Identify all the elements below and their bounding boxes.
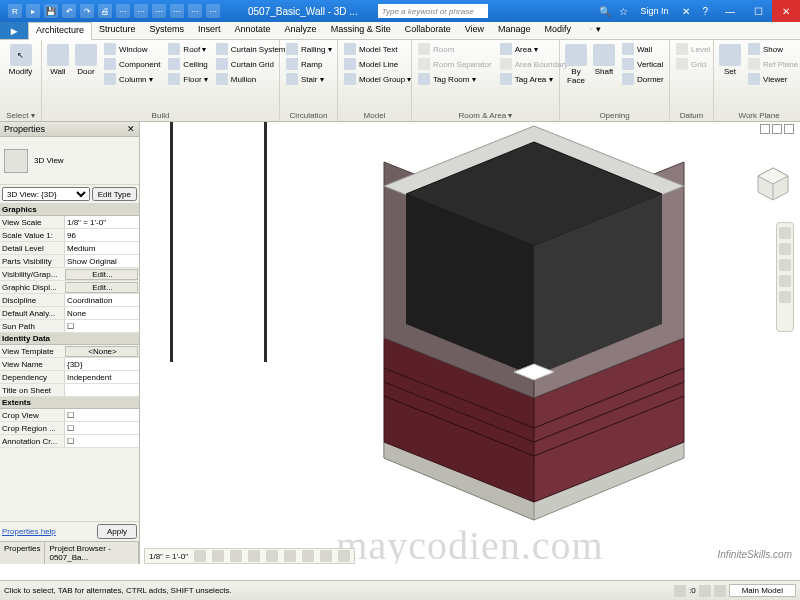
properties-help-link[interactable]: Properties help — [2, 527, 56, 536]
detail-icon[interactable] — [194, 550, 206, 562]
curtaingrid-button[interactable]: Curtain Grid — [213, 57, 289, 71]
apply-button[interactable]: Apply — [97, 524, 137, 539]
group-extents[interactable]: Extents — [0, 397, 139, 409]
vertical-button[interactable]: Vertical — [619, 57, 667, 71]
status-icon[interactable] — [674, 585, 686, 597]
viewer-button[interactable]: Viewer — [745, 72, 800, 86]
help-icon[interactable]: ? — [698, 6, 712, 17]
property-row[interactable]: Sun Path☐ — [0, 320, 139, 333]
exchange-icon[interactable]: ✕ — [678, 6, 694, 17]
qat-icon[interactable]: ⋯ — [152, 4, 166, 18]
tagroom-button[interactable]: Tag Room ▾ — [415, 72, 495, 86]
property-value[interactable] — [64, 384, 139, 396]
modify-button[interactable]: ↖Modify — [3, 42, 38, 78]
property-row[interactable]: Crop View☐ — [0, 409, 139, 422]
property-value[interactable]: 96 — [64, 229, 139, 241]
visualstyle-icon[interactable] — [212, 550, 224, 562]
railing-button[interactable]: Railing ▾ — [283, 42, 335, 56]
roof-button[interactable]: Roof ▾ — [165, 42, 210, 56]
floor-button[interactable]: Floor ▾ — [165, 72, 210, 86]
nav-orbit-icon[interactable] — [779, 275, 791, 287]
roomseparator-button[interactable]: Room Separator — [415, 57, 495, 71]
ceiling-button[interactable]: Ceiling — [165, 57, 210, 71]
byface-button[interactable]: By Face — [563, 42, 589, 87]
status-icon[interactable] — [699, 585, 711, 597]
close-button[interactable]: ✕ — [772, 0, 800, 22]
property-value[interactable]: Coordination — [64, 294, 139, 306]
property-value[interactable]: ☐ — [64, 435, 139, 447]
tab-view[interactable]: View — [458, 22, 491, 39]
property-row[interactable]: DisciplineCoordination — [0, 294, 139, 307]
tab-modify[interactable]: Modify — [538, 22, 579, 39]
navigation-bar[interactable] — [776, 222, 794, 332]
prop-icon[interactable] — [338, 550, 350, 562]
status-icon[interactable] — [714, 585, 726, 597]
qat-open-icon[interactable]: ▸ — [26, 4, 40, 18]
property-value[interactable]: None — [64, 307, 139, 319]
type-preview[interactable]: 3D View — [0, 137, 139, 185]
nav-look-icon[interactable] — [779, 291, 791, 303]
crop-icon[interactable] — [284, 550, 296, 562]
property-value[interactable]: Independent — [64, 371, 139, 383]
qat-icon[interactable]: ⋯ — [170, 4, 184, 18]
property-value[interactable]: <None> — [65, 346, 138, 357]
property-row[interactable]: DependencyIndependent — [0, 371, 139, 384]
qat-save-icon[interactable]: 💾 — [44, 4, 58, 18]
grid-button[interactable]: Grid — [673, 57, 713, 71]
maximize-button[interactable]: ☐ — [744, 0, 772, 22]
design-option-selector[interactable]: Main Model — [729, 584, 796, 597]
qat-logo[interactable]: R — [8, 4, 22, 18]
tab-manage[interactable]: Manage — [491, 22, 538, 39]
edit-type-button[interactable]: Edit Type — [92, 187, 137, 201]
hide-icon[interactable] — [302, 550, 314, 562]
nav-zoom-icon[interactable] — [779, 259, 791, 271]
tab-collaborate[interactable]: Collaborate — [398, 22, 458, 39]
scale-label[interactable]: 1/8" = 1'-0" — [149, 552, 188, 561]
group-identity[interactable]: Identity Data — [0, 333, 139, 345]
tab-architecture[interactable]: Architecture — [28, 22, 92, 40]
property-row[interactable]: View Name{3D} — [0, 358, 139, 371]
curtainsystem-button[interactable]: Curtain System — [213, 42, 289, 56]
render-icon[interactable] — [266, 550, 278, 562]
ramp-button[interactable]: Ramp — [283, 57, 335, 71]
type-selector[interactable]: 3D View: {3D} — [2, 187, 90, 201]
viewcube[interactable] — [752, 164, 794, 206]
property-row[interactable]: View Template<None> — [0, 345, 139, 358]
shadows-icon[interactable] — [248, 550, 260, 562]
qat-icon[interactable]: ⋯ — [188, 4, 202, 18]
property-row[interactable]: Graphic Displ...Edit... — [0, 281, 139, 294]
tab-structure[interactable]: Structure — [92, 22, 143, 39]
window-button[interactable]: Window — [101, 42, 163, 56]
door-button[interactable]: Door — [73, 42, 99, 78]
property-row[interactable]: Title on Sheet — [0, 384, 139, 397]
signin-button[interactable]: Sign In — [634, 6, 674, 16]
set-button[interactable]: Set — [717, 42, 743, 78]
tab-extra[interactable]: ▫️▾ — [578, 22, 608, 39]
dormer-button[interactable]: Dormer — [619, 72, 667, 86]
favorites-icon[interactable]: ☆ — [617, 6, 630, 17]
wall-button[interactable]: Wall — [45, 42, 71, 78]
property-value[interactable]: 1/8" = 1'-0" — [64, 216, 139, 228]
bottom-tab-properties[interactable]: Properties — [0, 542, 45, 564]
modelgroup-button[interactable]: Model Group ▾ — [341, 72, 414, 86]
infocenter-icon[interactable]: 🔍 — [597, 6, 613, 17]
app-menu-button[interactable]: ▸ — [0, 22, 28, 39]
property-row[interactable]: Visibility/Grap...Edit... — [0, 268, 139, 281]
bottom-tab-projectbrowser[interactable]: Project Browser - 0507_Ba... — [45, 542, 139, 564]
tab-insert[interactable]: Insert — [191, 22, 228, 39]
sunpath-icon[interactable] — [230, 550, 242, 562]
property-value[interactable]: {3D} — [64, 358, 139, 370]
modelline-button[interactable]: Model Line — [341, 57, 414, 71]
qat-redo-icon[interactable]: ↷ — [80, 4, 94, 18]
search-input[interactable]: Type a keyword or phrase — [378, 4, 488, 18]
qat-undo-icon[interactable]: ↶ — [62, 4, 76, 18]
property-row[interactable]: Default Analy...None — [0, 307, 139, 320]
qat-icon[interactable]: ⋯ — [134, 4, 148, 18]
property-row[interactable]: View Scale1/8" = 1'-0" — [0, 216, 139, 229]
qat-icon[interactable]: ⋯ — [116, 4, 130, 18]
column-button[interactable]: Column ▾ — [101, 72, 163, 86]
property-value[interactable]: Medium — [64, 242, 139, 254]
minimize-button[interactable]: — — [716, 0, 744, 22]
property-value[interactable]: ☐ — [64, 422, 139, 434]
stair-button[interactable]: Stair ▾ — [283, 72, 335, 86]
